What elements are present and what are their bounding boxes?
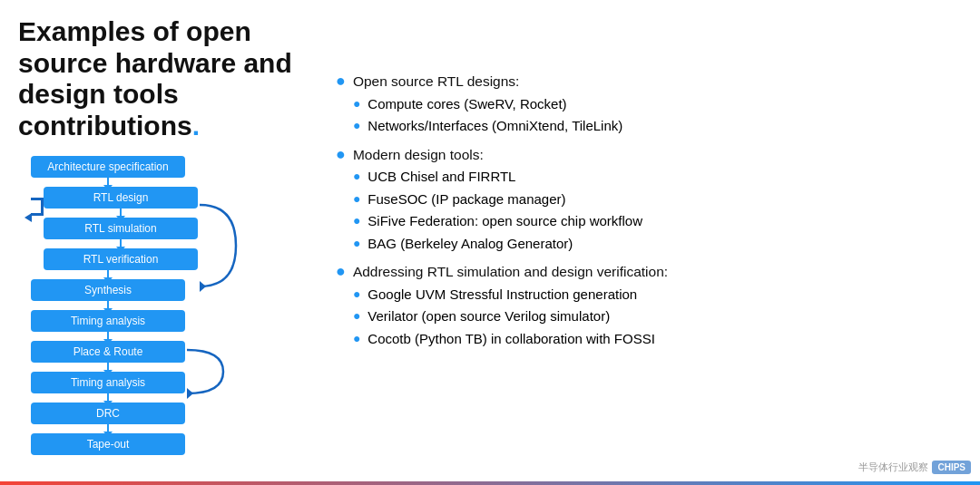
bullet-tools: ● xyxy=(336,144,346,165)
text-ucb: UCB Chisel and FIRRTL xyxy=(368,167,515,188)
bullet-addressing: ● xyxy=(336,261,346,282)
section-design-tools: ● Modern design tools: ● UCB Chisel and … xyxy=(336,144,962,257)
flow-arrow-6 xyxy=(107,332,109,341)
section-addressing-label: Addressing RTL simulation and design ver… xyxy=(353,264,668,279)
sub-bullet-7: ● xyxy=(353,285,360,304)
text-networks: Networks/Interfaces (OmniXtend, TileLink… xyxy=(368,116,622,137)
svg-marker-1 xyxy=(187,388,193,399)
pr-loop-arrow xyxy=(182,341,232,393)
section-rtl-content: Open source RTL designs: ● Compute cores… xyxy=(353,71,622,139)
flow-arrow-7 xyxy=(107,363,109,372)
flow-step-rtl-simulation: RTL simulation xyxy=(44,218,198,239)
flow-left: Architecture specification RTL design xyxy=(18,156,198,455)
flow-step-place-route: Place & Route xyxy=(31,341,185,363)
left-bracket xyxy=(18,187,44,270)
flow-container: Architecture specification RTL design xyxy=(18,156,309,455)
chips-badge: CHIPS xyxy=(932,461,971,474)
section-rtl-label: Open source RTL designs: xyxy=(353,73,520,89)
text-cocotb: Cocotb (Python TB) in collaboration with… xyxy=(368,329,655,350)
flow-step-rtl-design: RTL design xyxy=(44,187,198,209)
sub-bullet-9: ● xyxy=(353,329,360,348)
sub-bullet-1: ● xyxy=(353,94,360,113)
text-bag: BAG (Berkeley Analog Generator) xyxy=(368,234,573,255)
sub-list-rtl: ● Compute cores (SweRV, Rocket) ● Networ… xyxy=(353,94,622,137)
sub-list-addressing: ● Google UVM Stressful Instruction gener… xyxy=(353,285,668,350)
item-ucb: ● UCB Chisel and FIRRTL xyxy=(353,167,642,188)
right-section: ● Open source RTL designs: ● Compute cor… xyxy=(318,16,962,476)
item-fusesoc: ● FuseSOC (IP package manager) xyxy=(353,189,642,210)
watermark: 半导体行业观察 CHIPS xyxy=(858,461,971,474)
section-addressing: ● Addressing RTL simulation and design v… xyxy=(336,261,962,351)
sub-list-tools: ● UCB Chisel and FIRRTL ● FuseSOC (IP pa… xyxy=(353,167,642,254)
sub-bullet-4: ● xyxy=(353,189,360,209)
section-tools-label: Modern design tools: xyxy=(353,147,484,162)
pr-group-container: Place & Route Timing analysis xyxy=(31,341,185,393)
title-dot: . xyxy=(192,111,200,141)
text-sifive: SiFive Federation: open source chip work… xyxy=(368,211,642,232)
text-verilator: Verilator (open source Verilog simulator… xyxy=(368,306,610,327)
flow-step-tapeout: Tape-out xyxy=(31,433,185,455)
text-google-uvm: Google UVM Stressful Instruction generat… xyxy=(368,285,637,306)
flow-step-rtl-verification: RTL verification xyxy=(44,248,198,270)
title-text: Examples of open source hardware and des… xyxy=(18,16,292,141)
flow-step-architecture: Architecture specification xyxy=(31,156,185,178)
right-loop-arrows xyxy=(195,187,245,270)
text-compute-cores: Compute cores (SweRV, Rocket) xyxy=(368,94,566,115)
section-rtl-designs: ● Open source RTL designs: ● Compute cor… xyxy=(336,71,962,139)
flow-step-timing-1: Timing analysis xyxy=(31,310,185,332)
text-fusesoc: FuseSOC (IP package manager) xyxy=(368,189,565,210)
bullet-rtl: ● xyxy=(336,71,346,92)
flow-step-drc: DRC xyxy=(31,403,185,424)
bottom-bar xyxy=(0,481,980,485)
sub-bullet-8: ● xyxy=(353,306,360,325)
left-section: Examples of open source hardware and des… xyxy=(18,16,309,476)
flow-arrow-1 xyxy=(107,178,109,187)
main-container: Examples of open source hardware and des… xyxy=(0,0,980,485)
item-networks: ● Networks/Interfaces (OmniXtend, TileLi… xyxy=(353,116,622,137)
content-list: ● Open source RTL designs: ● Compute cor… xyxy=(336,71,962,356)
pr-group: Place & Route Timing analysis xyxy=(31,341,185,393)
item-verilator: ● Verilator (open source Verilog simulat… xyxy=(353,306,668,327)
section-tools-content: Modern design tools: ● UCB Chisel and FI… xyxy=(353,144,642,257)
sub-bullet-6: ● xyxy=(353,234,360,253)
item-sifive: ● SiFive Federation: open source chip wo… xyxy=(353,211,642,232)
rtl-group: RTL design RTL simulation RTL verificati… xyxy=(44,187,198,270)
item-cocotb: ● Cocotb (Python TB) in collaboration wi… xyxy=(353,329,668,350)
sub-bullet-2: ● xyxy=(353,116,360,135)
flow-arrow-3 xyxy=(120,239,122,248)
flow-step-timing-2: Timing analysis xyxy=(31,372,185,393)
flow-arrow-8 xyxy=(107,393,109,403)
item-compute-cores: ● Compute cores (SweRV, Rocket) xyxy=(353,94,622,115)
watermark-text: 半导体行业观察 xyxy=(858,461,928,474)
sub-bullet-5: ● xyxy=(353,211,360,230)
item-bag: ● BAG (Berkeley Analog Generator) xyxy=(353,234,642,255)
sub-bullet-3: ● xyxy=(353,167,360,186)
flow-step-synthesis: Synthesis xyxy=(31,279,185,301)
flow-arrow-4 xyxy=(107,270,109,279)
section-addressing-content: Addressing RTL simulation and design ver… xyxy=(353,261,668,351)
svg-marker-0 xyxy=(200,281,206,292)
flow-arrow-9 xyxy=(107,424,109,433)
flow-arrow-2 xyxy=(120,209,122,218)
item-google-uvm: ● Google UVM Stressful Instruction gener… xyxy=(353,285,668,306)
flow-arrow-5 xyxy=(107,301,109,310)
page-title: Examples of open source hardware and des… xyxy=(18,16,309,141)
